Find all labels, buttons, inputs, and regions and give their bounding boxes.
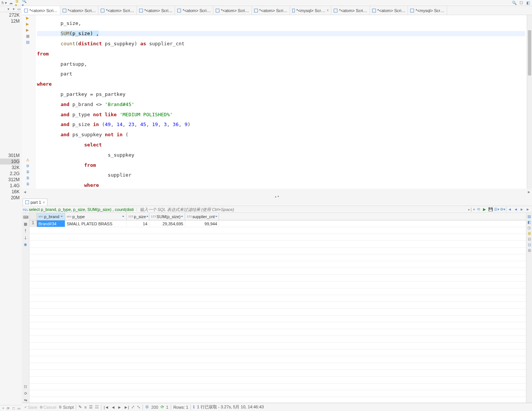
results-filter-input[interactable] [138, 207, 468, 212]
filter-settings-icon[interactable]: ⚙▾ [500, 207, 505, 212]
grid-cell[interactable]: 29,354,695 [149, 220, 185, 227]
format2-icon[interactable]: ☰ [89, 405, 93, 409]
panel-toggle-icon[interactable]: ▤ [527, 214, 531, 219]
nav-value[interactable]: 312M [0, 177, 20, 183]
editor-tab[interactable]: *<atom> Scri… [252, 6, 290, 15]
editor-tab[interactable]: *<atom> Scri… [370, 6, 408, 15]
nav-next-icon[interactable]: ► [519, 207, 524, 212]
nav-add-icon[interactable]: ＋ [1, 406, 5, 411]
save-button[interactable]: ✓Save [24, 405, 37, 409]
gutter-arrow-icon[interactable]: ▶ [26, 28, 31, 33]
panel-collapse-handle[interactable]: ▴ ▾ [22, 195, 532, 199]
column-filter-icon[interactable]: ⏷ [60, 215, 63, 218]
column-header[interactable]: abcp_type⏷ [65, 213, 127, 220]
grid-record-icon[interactable]: ◉ [23, 242, 28, 247]
grid-text-icon[interactable]: ⌨ [23, 214, 28, 220]
nav-value[interactable]: 12M [0, 18, 20, 24]
gutter-warning-icon[interactable]: ⚠ [26, 158, 31, 163]
nav-expand-icon[interactable]: ⤢ [131, 405, 135, 409]
nav-value-selected[interactable]: 10G [0, 159, 20, 165]
format3-icon[interactable]: ☷ [95, 405, 99, 409]
menu-h-dropdown[interactable]: h ▾ [2, 0, 7, 6]
nav-value[interactable]: 32K [0, 165, 20, 171]
search-dropdown-icon[interactable]: 🔍 ▾ [22, 0, 27, 6]
editor-tab[interactable]: *<atom> Scri… [22, 6, 60, 15]
panel-calc-icon[interactable]: ◷ [527, 226, 531, 230]
nav-min2-icon[interactable]: ▭ [17, 406, 21, 411]
nav-min-icon[interactable]: ▭ [17, 7, 21, 11]
row-number[interactable]: 1 [29, 220, 37, 227]
grid-move-down-icon[interactable]: ⭳ [23, 235, 28, 240]
nav-collapse-icon[interactable]: ⤡ [137, 405, 140, 409]
nav-refresh-icon[interactable]: ⟳ [6, 406, 11, 411]
column-header[interactable]: 123supplier_cnt⏷ [185, 213, 219, 220]
column-filter-icon[interactable]: ⏷ [146, 215, 149, 218]
nav-last-icon[interactable]: ► [525, 207, 530, 212]
editor-tab[interactable]: *<atom> Scri… [137, 6, 175, 15]
nav-prev-icon[interactable]: ◄ [513, 207, 518, 212]
panel-link-icon[interactable]: ⊡ [528, 243, 531, 247]
editor-tab[interactable]: *<atom> Scri… [60, 6, 99, 15]
editor-tab[interactable]: *<atom> Scri… [175, 6, 213, 15]
filter-apply-icon[interactable]: ▶ [482, 207, 487, 212]
nav-menu-icon[interactable]: ▾ [11, 7, 16, 11]
editor-tab[interactable]: *<atom> Scri… [213, 6, 252, 15]
format-icon[interactable]: ≡ [84, 405, 86, 409]
gear-icon[interactable]: ⚙ [145, 405, 149, 409]
column-filter-icon[interactable]: ⏷ [181, 215, 184, 218]
gutter-list-icon[interactable]: ▤ [26, 40, 31, 45]
editor-tab[interactable]: *<mysql> Scr…× [290, 6, 331, 15]
cloud-icon[interactable]: ☁ [8, 0, 14, 6]
nav-next-icon[interactable]: ► [118, 405, 122, 409]
results-tab[interactable]: part 1 × [23, 199, 48, 206]
column-header[interactable]: 123SUM(p_size)⏷ [149, 213, 185, 220]
gutter-struct-icon[interactable]: ▦ [26, 34, 31, 39]
close-icon[interactable]: × [327, 8, 329, 12]
column-header[interactable]: 123p_size⏷ [127, 213, 149, 220]
editor-tab[interactable]: *<atom> Scri… [331, 6, 370, 15]
column-filter-icon[interactable]: ⏷ [122, 215, 125, 218]
gutter-arrow-icon[interactable]: ▶ [26, 16, 31, 21]
gutter-doc2-icon[interactable]: 🗎 [26, 176, 31, 181]
nav-stop-icon[interactable]: □ [11, 406, 16, 411]
nav-prev-icon[interactable]: ◄ [111, 405, 115, 409]
grid-cell[interactable]: 14 [127, 220, 149, 227]
panel-grid-icon[interactable]: ⊞ [528, 231, 531, 236]
expand-icon[interactable]: ▸│ [468, 208, 472, 211]
db-dropdown-icon[interactable]: 🗄 ▾ [15, 0, 20, 6]
close-icon[interactable]: × [43, 200, 45, 205]
code-area[interactable]: p_size, SUM(p_size) , count(distinct ps_… [35, 15, 527, 189]
nav-filter-icon[interactable]: ▾ [6, 7, 11, 11]
grid-gridview-icon[interactable]: ▦ [23, 221, 28, 226]
grid-move-up-icon[interactable]: ⭱ [23, 228, 28, 233]
filter-dropdown-icon[interactable]: ☰▾ [494, 207, 499, 212]
cancel-button[interactable]: ⊘Cancel [40, 405, 56, 409]
nav-value[interactable]: 20M [0, 195, 20, 201]
filter-save-icon[interactable]: 💾 [488, 207, 493, 212]
scroll-left-icon[interactable]: ◄ [22, 190, 28, 194]
script-button[interactable]: 🗎Script [58, 405, 74, 409]
nav-value[interactable]: 1.4G [0, 183, 20, 189]
gutter-gear-icon[interactable]: ⚙ [26, 164, 31, 169]
gutter-doc-icon[interactable]: 🗎 [26, 170, 31, 175]
grid-cell[interactable]: SMALL PLATED BRASS [65, 220, 127, 227]
dropdown-icon[interactable]: ▾ [473, 208, 475, 211]
fetch-size-value[interactable]: 200 [151, 405, 158, 409]
nav-value[interactable]: 301M [0, 152, 20, 159]
results-sql-text[interactable]: select p_brand, p_type, p_size, SUM(p_si… [29, 207, 134, 212]
edit-mode-icon[interactable]: ✎ [78, 405, 82, 409]
grid-cell[interactable]: Brand#34 [37, 220, 65, 227]
filter-clear-icon[interactable]: ⟲ [476, 207, 481, 212]
grid-config-icon[interactable]: ⇆ [23, 397, 28, 403]
grid-cell[interactable]: 99,944 [185, 220, 219, 227]
editor-horizontal-scrollbar[interactable]: ◄ ► [22, 189, 532, 195]
scrollbar-thumb[interactable] [528, 30, 531, 75]
search-icon[interactable]: 🔍 [512, 0, 517, 6]
column-filter-icon[interactable]: ⏷ [215, 215, 218, 218]
grid-data-row[interactable]: 1 Brand#34 SMALL PLATED BRASS 14 29,354,… [29, 220, 526, 227]
editor-vertical-scrollbar[interactable] [527, 15, 532, 189]
gutter-doc3-icon[interactable]: 🗎 [26, 182, 31, 187]
refresh-icon[interactable]: ⟳ [161, 405, 164, 409]
nav-first-icon[interactable]: ◄ [507, 207, 512, 212]
grid-refresh-icon[interactable]: ⟳ [23, 391, 28, 396]
